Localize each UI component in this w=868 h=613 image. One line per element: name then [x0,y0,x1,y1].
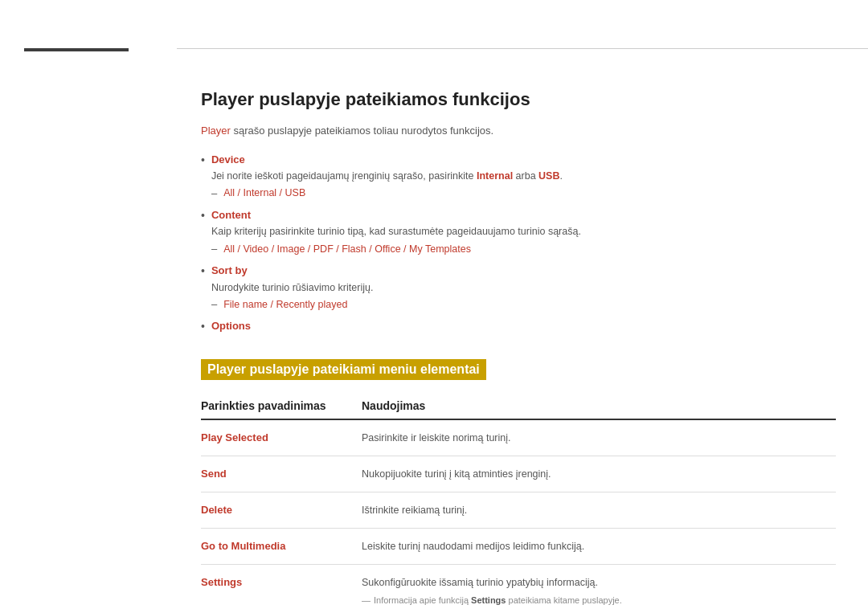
row-desc-play-selected: Pasirinkite ir leiskite norimą turinį. [362,430,836,446]
feature-name-device: Device [211,152,836,168]
row-name-play-selected: Play Selected [201,430,362,443]
feature-list: • Device Jei norite ieškoti pageidaujamų… [201,152,836,335]
feature-content: Content Kaip kriterijų pasirinkite turin… [211,207,836,255]
row-desc-settings: Sukonfigūruokite išsamią turinio ypatybi… [362,574,836,608]
row-desc-go-to-multimedia: Leiskite turinį naudodami medijos leidim… [362,538,836,554]
row-desc-delete: Ištrinkite reikiamą turinį. [362,502,836,518]
note-line-settings: — Informacija apie funkciją Settings pat… [362,594,836,608]
list-item: • Device Jei norite ieškoti pageidaujamų… [201,152,836,199]
list-item: • Content Kaip kriterijų pasirinkite tur… [201,207,836,255]
list-item: • Options [201,318,836,335]
intro-player-label: Player [201,125,231,137]
table-row: Delete Ištrinkite reikiamą turinį. [201,492,836,529]
feature-options: Options [211,318,836,334]
sub-options-content: – All / Video / Image / PDF / Flash / Of… [211,243,836,255]
note-asterisk-icon: — [362,594,371,608]
table-row: Settings Sukonfigūruokite išsamią turini… [201,565,836,613]
row-desc-send: Nukopijuokite turinį į kitą atminties įr… [362,466,836,482]
feature-sortby: Sort by Nurodykite turinio rūšiavimo kri… [211,263,836,310]
feature-device: Device Jei norite ieškoti pageidaujamų į… [211,152,836,199]
dash-icon: – [211,187,217,199]
table-row: Go to Multimedia Leiskite turinį naudoda… [201,529,836,565]
bullet-icon: • [201,264,205,280]
main-content: Player puslapyje pateikiamos funkcijos P… [177,48,868,613]
feature-name-sortby: Sort by [211,263,836,279]
sub-option-text-sortby: File name / Recently played [223,299,347,310]
list-item: • Sort by Nurodykite turinio rūšiavimo k… [201,263,836,310]
col-header-name: Parinkties pavadinimas [201,399,362,412]
row-name-delete: Delete [201,502,362,516]
feature-desc-device: Jei norite ieškoti pageidaujamų įrengini… [211,169,836,184]
feature-name-content: Content [211,207,836,223]
row-name-send: Send [201,466,362,480]
feature-name-options: Options [211,318,836,334]
col-header-usage: Naudojimas [362,399,836,412]
sub-option-text-device: All / Internal / USB [223,187,305,198]
section2-heading: Player puslapyje pateikiami meniu elemen… [201,359,486,380]
left-sidebar [0,0,177,613]
intro-paragraph: Player sąrašo puslapyje pateikiamos toli… [201,123,836,139]
table-row: Send Nukopijuokite turinį į kitą atminti… [201,456,836,492]
sidebar-bar [24,48,129,51]
page-title: Player puslapyje pateikiamos funkcijos [201,89,836,110]
bullet-icon: • [201,319,205,335]
table-row: Play Selected Pasirinkite ir leiskite no… [201,420,836,456]
bullet-icon: • [201,153,205,169]
feature-desc-content: Kaip kriterijų pasirinkite turinio tipą,… [211,224,836,239]
row-name-settings: Settings [201,574,362,588]
sub-option-text-content: All / Video / Image / PDF / Flash / Offi… [223,243,471,255]
bullet-icon: • [201,208,205,224]
intro-text-after: sąrašo puslapyje pateikiamos toliau nuro… [231,125,493,137]
page-container: Player puslapyje pateikiamos funkcijos P… [0,0,868,613]
table-section: Parinkties pavadinimas Naudojimas Play S… [201,399,836,613]
feature-desc-sortby: Nurodykite turinio rūšiavimo kriterijų. [211,280,836,296]
sub-options-sortby: – File name / Recently played [211,298,836,310]
sub-options-device: – All / Internal / USB [211,187,836,199]
table-header-row: Parinkties pavadinimas Naudojimas [201,399,836,420]
note-text-settings: Informacija apie funkciją Settings patei… [374,594,622,608]
dash-icon: – [211,243,217,255]
row-name-go-to-multimedia: Go to Multimedia [201,538,362,552]
dash-icon: – [211,298,217,310]
